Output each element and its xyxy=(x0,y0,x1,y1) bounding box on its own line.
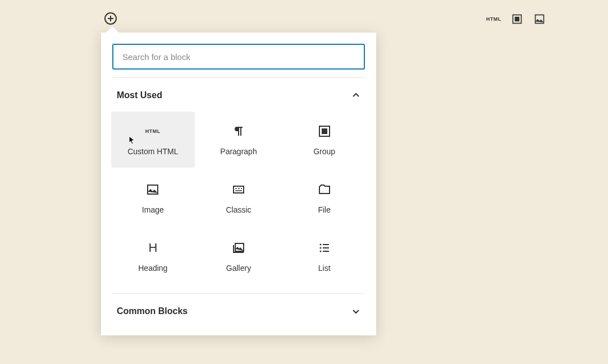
svg-rect-6 xyxy=(234,186,244,193)
block-image[interactable]: Image xyxy=(111,170,195,226)
block-list[interactable]: List xyxy=(282,228,366,284)
block-label: Image xyxy=(142,205,164,214)
svg-point-12 xyxy=(319,251,321,252)
block-group[interactable]: Group xyxy=(282,112,366,168)
category-header-common-blocks[interactable]: Common Blocks xyxy=(101,294,376,323)
block-heading[interactable]: H Heading xyxy=(111,228,195,284)
svg-rect-13 xyxy=(323,251,329,252)
category-title: Most Used xyxy=(117,90,162,100)
block-label: Custom HTML xyxy=(127,147,178,156)
svg-rect-9 xyxy=(323,244,329,245)
plus-icon xyxy=(107,15,114,22)
gallery-icon xyxy=(231,240,246,256)
search-wrap xyxy=(101,33,376,77)
block-file[interactable]: File xyxy=(282,170,366,226)
block-label: List xyxy=(318,264,331,273)
chevron-up-icon xyxy=(351,91,360,100)
chevron-down-icon xyxy=(351,307,360,316)
block-gallery[interactable]: Gallery xyxy=(197,228,281,284)
category-title: Common Blocks xyxy=(117,306,188,316)
group-tool-icon[interactable] xyxy=(510,12,524,26)
html-tool-icon[interactable]: HTML xyxy=(486,12,501,26)
heading-icon: H xyxy=(145,240,161,256)
paragraph-icon xyxy=(231,123,246,139)
block-custom-html[interactable]: HTML Custom HTML xyxy=(111,112,195,168)
block-inserter-popover: Most Used HTML Custom HTML Paragraph xyxy=(101,33,376,335)
panel-body[interactable]: Most Used HTML Custom HTML Paragraph xyxy=(101,78,376,335)
svg-point-10 xyxy=(319,247,321,249)
search-input[interactable] xyxy=(112,44,365,70)
svg-rect-11 xyxy=(323,247,329,248)
block-label: Group xyxy=(313,147,335,156)
toolbar-right: HTML xyxy=(486,12,546,26)
html-icon: HTML xyxy=(145,123,161,139)
block-grid: HTML Custom HTML Paragraph Group xyxy=(101,107,376,293)
svg-rect-1 xyxy=(515,17,519,21)
add-block-button[interactable] xyxy=(104,12,117,25)
block-label: Paragraph xyxy=(220,147,257,156)
group-icon xyxy=(317,123,332,139)
block-classic[interactable]: Classic xyxy=(197,170,281,226)
image-tool-icon[interactable] xyxy=(533,12,546,26)
list-icon xyxy=(317,240,332,256)
svg-rect-4 xyxy=(322,129,327,133)
file-icon xyxy=(317,182,332,197)
category-header-most-used[interactable]: Most Used xyxy=(101,78,376,107)
classic-icon xyxy=(231,182,246,197)
block-label: Gallery xyxy=(226,264,251,273)
block-label: File xyxy=(318,205,331,214)
image-icon xyxy=(145,182,161,197)
block-label: Heading xyxy=(138,264,167,273)
svg-point-8 xyxy=(319,244,321,246)
block-paragraph[interactable]: Paragraph xyxy=(197,112,281,168)
block-label: Classic xyxy=(226,205,251,214)
